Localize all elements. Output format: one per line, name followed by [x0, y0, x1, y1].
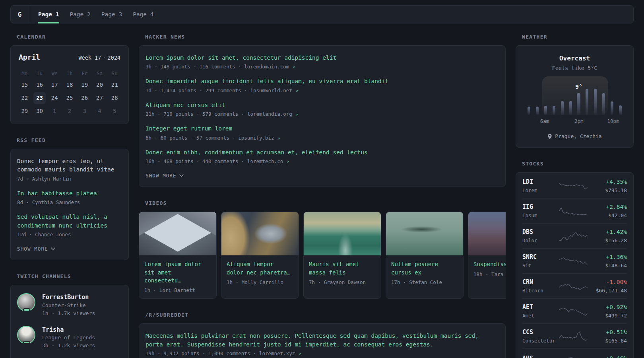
hackernews-item: Donec enim nibh, condimentum et accumsan… [145, 148, 499, 164]
stock-row[interactable]: IIG Ipsum +2.84% $42.04 [522, 198, 627, 224]
calendar-weekday-label: We [47, 69, 62, 79]
rss-item-title[interactable]: Sed volutpat nulla nisl, a condimentum n… [17, 213, 122, 230]
stock-company-name: Amet [522, 313, 559, 319]
video-card[interactable]: Suspendisse diam 18h · Tara [468, 212, 506, 299]
calendar-weekday-label: Th [62, 69, 77, 79]
subreddit-post-meta: 19h · 9,932 points · 1,090 comments · lo… [145, 350, 499, 356]
stock-row[interactable]: LDI Lorem +4.35% $795.18 [522, 173, 627, 198]
app-logo[interactable]: G [11, 6, 29, 23]
video-card-body: Aliquam tempor dolor nec pharetra… 1h · … [221, 255, 299, 290]
calendar-day-cell: 27 [93, 92, 106, 104]
weather-axis-label: 10pm [607, 118, 619, 124]
twitch-channel-row[interactable]: Trisha League of Legends 3h · 1.2k viewe… [17, 326, 122, 350]
stock-ticker[interactable]: AET [522, 303, 559, 311]
calendar-week-label: Week 17 [78, 54, 101, 61]
rss-item-meta: 7d · Ashlyn Martin [17, 176, 122, 182]
calendar-header: April Week 17·2024 [17, 53, 122, 61]
hackernews-item-title[interactable]: Donec enim nibh, condimentum et accumsan… [145, 148, 499, 157]
hackernews-heading: HACKER NEWS [145, 34, 506, 40]
stock-identity: AET Amet [522, 303, 559, 319]
video-card[interactable]: Lorem ipsum dolor sit amet consectetu… 1… [139, 212, 217, 299]
subreddit-widget: /R/SUBREDDIT Maecenas mollis pulvinar er… [139, 312, 506, 358]
external-link-icon[interactable]: ↗ [292, 64, 295, 70]
subreddit-post-title[interactable]: Maecenas mollis pulvinar erat non posuer… [145, 332, 499, 349]
weather-bar-slot [550, 87, 558, 115]
calendar-day-cell: 21 [108, 79, 121, 91]
twitch-channel-name[interactable]: Trisha [42, 326, 95, 334]
stock-sparkline-chart [559, 180, 588, 192]
video-card[interactable]: Mauris sit amet massa felis 7h · Grayson… [303, 212, 381, 299]
stock-row[interactable]: AHS +0.46% [522, 349, 627, 358]
video-card[interactable]: Aliquam tempor dolor nec pharetra… 1h · … [221, 212, 299, 299]
stock-ticker[interactable]: AHS [522, 354, 559, 358]
stocks-heading: STOCKS [522, 161, 634, 167]
stock-ticker[interactable]: CCS [522, 328, 559, 337]
rss-item-title[interactable]: Donec tempor eros leo, ut commodo mauris… [17, 157, 122, 174]
calendar-week-year: Week 17·2024 [78, 54, 120, 61]
external-link-icon[interactable]: ↗ [295, 111, 298, 117]
video-card[interactable]: Nullam posuere cursus ex 17h · Stefan Co… [386, 212, 464, 299]
twitch-channel-name[interactable]: ForrestBurton [42, 293, 95, 301]
external-link-icon[interactable]: ↗ [298, 350, 301, 356]
video-title[interactable]: Mauris sit amet massa felis [309, 260, 376, 276]
external-link-icon[interactable]: ↗ [295, 88, 298, 93]
video-title[interactable]: Aliquam tempor dolor nec pharetra… [227, 260, 293, 276]
calendar-card: April Week 17·2024 Mo Tu We Th [10, 45, 129, 124]
separator-dot: · [103, 54, 106, 61]
stock-identity: CRN Bitcorn [522, 278, 559, 294]
page-tab[interactable]: Page 3 [101, 6, 122, 23]
hackernews-show-more-button[interactable]: SHOW MORE [145, 173, 184, 179]
hackernews-item: Integer eget rutrum lorem 6h · 60 points… [145, 125, 499, 140]
stock-row[interactable]: AET Amet +0.92% $499.72 [522, 299, 627, 324]
stock-row[interactable]: SNRC Sit +1.36% $148.64 [522, 249, 627, 274]
stock-change-percent: +1.42% [593, 228, 627, 236]
stock-ticker[interactable]: DBS [522, 228, 559, 236]
rss-show-more-button[interactable]: SHOW MORE [17, 246, 55, 252]
weather-bar-slot [616, 87, 625, 115]
stock-ticker[interactable]: SNRC [522, 253, 559, 261]
external-link-icon[interactable]: ↗ [277, 135, 280, 141]
video-card-body: Suspendisse diam 18h · Tara [468, 255, 506, 282]
subreddit-post-meta-text: 19h · 9,932 points · 1,090 comments · lo… [145, 350, 295, 356]
chevron-down-icon [51, 247, 55, 250]
stock-row[interactable]: DBS Dolor +1.42% $156.28 [522, 224, 627, 249]
page-tab[interactable]: Page 1 [38, 6, 59, 23]
chevron-down-icon [179, 174, 184, 177]
calendar-day-cell: 15 [18, 79, 31, 91]
calendar-day-cell: 20 [93, 79, 106, 91]
rss-item-title[interactable]: In hac habitasse platea [17, 189, 122, 198]
video-title[interactable]: Nullam posuere cursus ex [391, 260, 458, 276]
calendar-widget: CALENDAR April Week 17·2024 Mo Tu We [10, 34, 129, 124]
video-title[interactable]: Lorem ipsum dolor sit amet consectetu… [144, 260, 211, 284]
hackernews-item-title[interactable]: Donec imperdiet augue tincidunt felis al… [145, 77, 499, 86]
stock-ticker[interactable]: LDI [522, 178, 559, 186]
weather-bar-slot [541, 87, 550, 115]
stock-ticker[interactable]: IIG [522, 203, 559, 211]
page-tab[interactable]: Page 2 [69, 6, 91, 23]
weather-bar-slot [591, 87, 599, 115]
twitch-avatar-wrap [17, 293, 36, 317]
stock-identity: AHS [522, 354, 559, 358]
twitch-channel-row[interactable]: ForrestBurton Counter-Strike 1h · 1.7k v… [17, 293, 122, 317]
videos-widget: VIDEOS Lorem ipsum dolor sit amet consec… [139, 200, 506, 299]
hackernews-item-title[interactable]: Lorem ipsum dolor sit amet, consectetur … [145, 54, 499, 62]
stock-row[interactable]: CRN Bitcorn -1.00% $66,171.48 [522, 274, 627, 299]
twitch-channel-meta: 3h · 1.2k viewers [42, 342, 95, 350]
weather-bar-slot [575, 87, 583, 115]
video-title[interactable]: Suspendisse diam [473, 260, 506, 268]
stock-row[interactable]: CCS Consectetur +0.51% $165.84 [522, 324, 627, 349]
hackernews-item-title[interactable]: Integer eget rutrum lorem [145, 125, 499, 133]
stock-sparkline-chart [559, 280, 588, 292]
calendar-month: April [19, 53, 40, 61]
weather-axis-label: 6am [540, 118, 549, 124]
video-thumbnail [139, 212, 216, 255]
stock-ticker[interactable]: CRN [522, 278, 559, 286]
external-link-icon[interactable]: ↗ [286, 158, 289, 164]
page-tab[interactable]: Page 4 [132, 6, 154, 23]
stock-identity: SNRC Sit [522, 253, 559, 268]
hackernews-item-title[interactable]: Aliquam nec cursus elit [145, 101, 499, 109]
video-meta: 17h · Stefan Cole [391, 279, 458, 285]
weather-bar-slot [566, 87, 575, 115]
calendar-year: 2024 [107, 54, 120, 61]
weather-heading: WEATHER [522, 34, 634, 40]
